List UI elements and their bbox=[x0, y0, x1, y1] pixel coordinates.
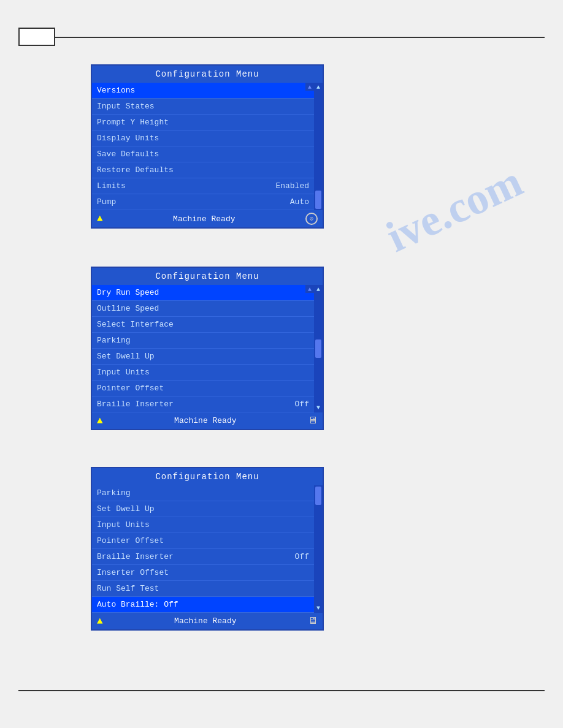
page-container: ive.com Configuration Menu Versions▲Inpu… bbox=[0, 0, 563, 728]
panel1-item-2[interactable]: Prompt Y Height bbox=[92, 115, 314, 131]
footer-up-arrow[interactable]: ▲ bbox=[97, 213, 103, 224]
panel-1-footer: ▲ Machine Ready ⊘ bbox=[92, 210, 323, 227]
panel3-item-label-6: Run Self Test bbox=[97, 584, 309, 593]
panel3-item-value-4: Off bbox=[295, 552, 309, 561]
footer-up-arrow-2[interactable]: ▲ bbox=[97, 415, 103, 427]
panel-1-footer-icon: ⊘ bbox=[305, 213, 318, 225]
panel-1-footer-text: Machine Ready bbox=[173, 214, 235, 224]
panel1-item-5[interactable]: Restore Defaults bbox=[92, 162, 314, 178]
panel1-item-label-7: Pump bbox=[97, 197, 285, 207]
watermark: ive.com bbox=[379, 156, 530, 262]
panel2-item-label-1: Outline Speed bbox=[97, 304, 309, 313]
panel3-scrollbar[interactable]: ▼ bbox=[314, 485, 323, 613]
panel2-item-label-2: Select Interface bbox=[97, 320, 309, 329]
panel-3-footer-text: Machine Ready bbox=[174, 616, 236, 626]
panel2-scrollbar[interactable]: ▲▼ bbox=[314, 285, 323, 412]
config-panel-3: Configuration Menu ParkingSet Dwell UpIn… bbox=[91, 467, 324, 631]
panel1-scroll-thumb bbox=[315, 191, 321, 209]
panel3-scroll-thumb bbox=[315, 487, 321, 505]
panel1-scroll-top: ▲ bbox=[305, 83, 314, 91]
panel3-item-3[interactable]: Pointer Offset bbox=[92, 533, 314, 549]
panel1-scrollbar[interactable]: ▲ bbox=[314, 83, 323, 210]
panel3-item-label-4: Braille Inserter bbox=[97, 552, 290, 561]
config-panel-1: Configuration Menu Versions▲Input States… bbox=[91, 64, 324, 229]
panel1-item-6[interactable]: LimitsEnabled bbox=[92, 178, 314, 194]
panel2-item-label-7: Braille Inserter bbox=[97, 400, 290, 409]
panel-2-menu: Dry Run Speed▲Outline SpeedSelect Interf… bbox=[92, 285, 323, 412]
panel1-item-3[interactable]: Display Units bbox=[92, 131, 314, 146]
panel-2-footer-text: Machine Ready bbox=[174, 416, 236, 425]
panel3-item-label-3: Pointer Offset bbox=[97, 536, 309, 545]
bottom-border-line bbox=[18, 690, 545, 691]
panel3-item-7[interactable]: Auto Braille: Off bbox=[92, 597, 314, 613]
panel1-item-4[interactable]: Save Defaults bbox=[92, 146, 314, 162]
panel3-item-2[interactable]: Input Units bbox=[92, 517, 314, 533]
panel3-item-label-5: Inserter Offset bbox=[97, 568, 309, 577]
panel1-scroll-up[interactable]: ▲ bbox=[316, 84, 320, 91]
panel2-scroll-thumb bbox=[315, 339, 321, 358]
panel2-item-label-5: Input Units bbox=[97, 368, 309, 377]
panel-3-menu: ParkingSet Dwell UpInput UnitsPointer Of… bbox=[92, 485, 323, 613]
top-border-line bbox=[18, 37, 545, 38]
panel3-item-6[interactable]: Run Self Test bbox=[92, 581, 314, 597]
panel3-item-label-7: Auto Braille: Off bbox=[97, 600, 309, 609]
panel2-item-0[interactable]: Dry Run Speed▲ bbox=[92, 285, 314, 301]
panel2-item-7[interactable]: Braille InserterOff bbox=[92, 396, 314, 412]
panel1-item-label-4: Save Defaults bbox=[97, 150, 309, 159]
corner-box bbox=[18, 28, 55, 46]
panel1-item-value-7: Auto bbox=[290, 197, 309, 207]
panel3-item-1[interactable]: Set Dwell Up bbox=[92, 501, 314, 517]
panel-3-footer: ▲ Machine Ready 🖥 bbox=[92, 613, 323, 629]
panel2-item-label-3: Parking bbox=[97, 336, 309, 345]
panel1-item-value-6: Enabled bbox=[275, 181, 309, 191]
panel-2-title: Configuration Menu bbox=[92, 268, 323, 285]
panel3-item-5[interactable]: Inserter Offset bbox=[92, 565, 314, 581]
panel2-item-2[interactable]: Select Interface bbox=[92, 317, 314, 333]
panel3-item-0[interactable]: Parking bbox=[92, 485, 314, 501]
panel1-item-label-0: Versions bbox=[97, 86, 309, 95]
panel2-item-label-4: Set Dwell Up bbox=[97, 352, 309, 361]
panel1-item-7[interactable]: PumpAuto bbox=[92, 194, 314, 210]
footer-up-arrow-3[interactable]: ▲ bbox=[97, 616, 103, 627]
panel-2-footer-icon: 🖥 bbox=[308, 415, 318, 427]
panel3-item-label-1: Set Dwell Up bbox=[97, 504, 309, 514]
panel2-item-1[interactable]: Outline Speed bbox=[92, 301, 314, 317]
panel1-item-label-6: Limits bbox=[97, 181, 270, 191]
panel3-item-label-0: Parking bbox=[97, 488, 309, 498]
panel2-item-6[interactable]: Pointer Offset bbox=[92, 381, 314, 396]
panel1-item-label-3: Display Units bbox=[97, 134, 309, 143]
panel2-item-label-6: Pointer Offset bbox=[97, 384, 309, 393]
panel-3-footer-icon: 🖥 bbox=[308, 615, 318, 627]
panel1-item-0[interactable]: Versions▲ bbox=[92, 83, 314, 99]
panel2-scroll-up[interactable]: ▲ bbox=[316, 286, 320, 293]
panel3-item-4[interactable]: Braille InserterOff bbox=[92, 549, 314, 565]
panel2-item-value-7: Off bbox=[295, 400, 309, 409]
panel-1-title: Configuration Menu bbox=[92, 66, 323, 83]
panel3-item-label-2: Input Units bbox=[97, 520, 309, 529]
panel1-item-1[interactable]: Input States bbox=[92, 99, 314, 115]
config-panel-2: Configuration Menu Dry Run Speed▲Outline… bbox=[91, 267, 324, 430]
panel3-scroll-down[interactable]: ▼ bbox=[316, 605, 320, 612]
panel2-item-4[interactable]: Set Dwell Up bbox=[92, 349, 314, 365]
panel1-item-label-5: Restore Defaults bbox=[97, 165, 309, 175]
panel-2-footer: ▲ Machine Ready 🖥 bbox=[92, 412, 323, 429]
panel1-item-label-2: Prompt Y Height bbox=[97, 118, 309, 127]
panel2-scroll-down[interactable]: ▼ bbox=[316, 404, 320, 411]
panel-1-menu: Versions▲Input StatesPrompt Y HeightDisp… bbox=[92, 83, 323, 210]
panel1-item-label-1: Input States bbox=[97, 102, 309, 111]
panel2-item-label-0: Dry Run Speed bbox=[97, 288, 309, 297]
panel2-item-5[interactable]: Input Units bbox=[92, 365, 314, 381]
panel2-scroll-top: ▲ bbox=[305, 285, 314, 293]
panel2-item-3[interactable]: Parking bbox=[92, 333, 314, 349]
panel-3-title: Configuration Menu bbox=[92, 468, 323, 485]
